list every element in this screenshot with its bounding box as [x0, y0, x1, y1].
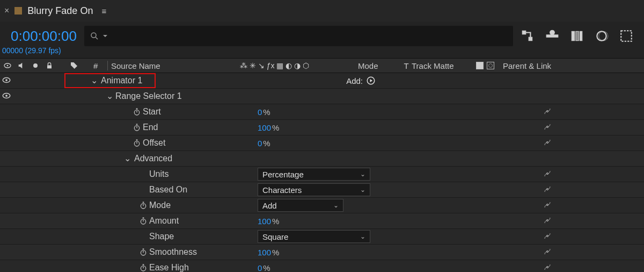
solo-column-icon[interactable]: [31, 61, 40, 70]
twirl-down-icon[interactable]: [122, 154, 132, 163]
svg-rect-6: [572, 31, 574, 40]
range-selector-label[interactable]: Range Selector 1: [115, 91, 182, 101]
svg-rect-22: [136, 108, 138, 109]
visibility-eye-icon[interactable]: [2, 75, 11, 85]
expression-pickwhip-icon[interactable]: [542, 262, 553, 273]
mode-property-row[interactable]: Mode Add⌄: [0, 198, 644, 213]
frame-count: 00000 (29.97 fps): [0, 46, 644, 55]
svg-rect-3: [529, 37, 532, 41]
expression-pickwhip-icon[interactable]: [542, 215, 553, 227]
end-value[interactable]: 100: [258, 123, 271, 132]
smoothness-property-row[interactable]: Smoothness 100%: [0, 245, 644, 260]
end-property-row[interactable]: End 100%: [0, 120, 644, 135]
start-property-row[interactable]: Start 0%: [0, 104, 644, 120]
current-timecode[interactable]: 0:00:00:00: [11, 28, 77, 45]
expression-pickwhip-icon[interactable]: [542, 168, 553, 181]
start-value[interactable]: 0: [258, 108, 262, 117]
smoothness-label: Smoothness: [149, 247, 197, 257]
expression-pickwhip-icon[interactable]: [542, 231, 553, 243]
smoothness-value[interactable]: 100: [258, 248, 271, 257]
graph-editor-icon[interactable]: [619, 29, 633, 43]
column-header: # Source Name ⁂ ✳ ↘ ƒx ▦ ◐ ◑ ⬡ Mode T Tr…: [0, 58, 644, 73]
stopwatch-icon[interactable]: [131, 139, 143, 147]
add-menu-icon[interactable]: [366, 76, 376, 85]
mode-dropdown[interactable]: Add⌄: [258, 199, 343, 212]
advanced-group-row[interactable]: Advanced: [0, 151, 644, 167]
svg-rect-15: [47, 65, 52, 68]
svg-point-17: [5, 79, 8, 81]
stopwatch-icon[interactable]: [137, 201, 149, 210]
svg-point-9: [597, 31, 606, 40]
svg-rect-4: [546, 35, 558, 37]
easehigh-value[interactable]: 0: [258, 263, 262, 273]
parent-link-column-header[interactable]: Parent & Link: [503, 61, 644, 70]
amount-value[interactable]: 100: [258, 217, 271, 226]
label-column-icon[interactable]: [70, 61, 78, 70]
amount-label: Amount: [149, 216, 179, 226]
stopwatch-icon[interactable]: [137, 263, 149, 272]
toggle-modes-icon[interactable]: [487, 62, 494, 69]
comp-flowchart-icon[interactable]: [521, 29, 535, 43]
mode-column-header[interactable]: Mode: [358, 61, 401, 70]
preserve-transparency-column-header[interactable]: T: [401, 61, 412, 70]
svg-rect-2: [522, 31, 526, 34]
stopwatch-icon[interactable]: [131, 108, 143, 116]
shape-label: Shape: [149, 232, 174, 241]
easehigh-label: Ease High: [149, 263, 189, 272]
panel-menu-icon[interactable]: ≡: [101, 6, 106, 16]
audio-column-icon[interactable]: [17, 61, 26, 70]
animator-label[interactable]: Animator 1: [101, 76, 142, 85]
expression-pickwhip-icon[interactable]: [542, 246, 553, 259]
advanced-label[interactable]: Advanced: [134, 154, 172, 163]
easehigh-property-row[interactable]: Ease High 0%: [0, 260, 644, 272]
svg-point-5: [550, 30, 555, 35]
tab-close-icon[interactable]: ×: [4, 6, 9, 16]
svg-point-14: [33, 63, 38, 68]
video-column-icon[interactable]: [3, 61, 12, 70]
shape-property-row[interactable]: Shape Square⌄: [0, 229, 644, 245]
lock-column-icon[interactable]: [45, 61, 54, 70]
stopwatch-icon[interactable]: [137, 217, 149, 225]
index-column-header[interactable]: #: [93, 61, 104, 70]
track-matte-column-header[interactable]: Track Matte: [412, 61, 476, 70]
mode-label: Mode: [149, 201, 171, 210]
timeline-tool-icons: [521, 29, 633, 43]
animator-group-row[interactable]: Animator 1 Add:: [0, 73, 644, 89]
range-selector-row[interactable]: Range Selector 1: [0, 89, 644, 104]
offset-property-row[interactable]: Offset 0%: [0, 135, 644, 151]
search-dropdown-icon[interactable]: [103, 33, 108, 39]
expression-pickwhip-icon[interactable]: [542, 106, 553, 118]
expression-pickwhip-icon[interactable]: [542, 121, 553, 134]
twirl-down-icon[interactable]: [106, 92, 113, 101]
expression-pickwhip-icon[interactable]: [542, 137, 553, 149]
svg-line-1: [96, 37, 98, 39]
tab-title[interactable]: Blurry Fade On: [27, 5, 93, 17]
stopwatch-icon[interactable]: [137, 248, 149, 256]
toggle-switches-icon[interactable]: [476, 62, 484, 69]
stopwatch-icon[interactable]: [131, 123, 143, 132]
expression-pickwhip-icon[interactable]: [542, 184, 553, 196]
tab-bar: × Blurry Fade On ≡: [0, 0, 644, 22]
basedon-property-row[interactable]: Based On Characters⌄: [0, 182, 644, 198]
render-queue-icon[interactable]: [545, 29, 559, 43]
units-label: Units: [149, 169, 169, 179]
units-property-row[interactable]: Units Percentage⌄: [0, 167, 644, 182]
svg-rect-37: [143, 248, 144, 249]
svg-point-20: [5, 95, 8, 97]
source-name-column-header[interactable]: Source Name: [111, 61, 240, 70]
twirl-down-icon[interactable]: [89, 76, 99, 85]
shape-dropdown[interactable]: Square⌄: [258, 230, 370, 243]
visibility-eye-icon[interactable]: [2, 91, 11, 101]
property-rows: Animator 1 Add: Range Selector 1 Start 0…: [0, 73, 644, 272]
basedon-dropdown[interactable]: Characters⌄: [258, 183, 370, 196]
motion-blur-icon[interactable]: [595, 29, 609, 43]
timeline-search-input[interactable]: [84, 26, 513, 46]
frame-blend-icon[interactable]: [570, 29, 584, 43]
expression-pickwhip-icon[interactable]: [542, 199, 553, 212]
amount-property-row[interactable]: Amount 100%: [0, 213, 644, 229]
units-dropdown[interactable]: Percentage⌄: [258, 168, 370, 181]
svg-rect-7: [576, 31, 579, 40]
animator-add-menu[interactable]: Add:: [346, 76, 376, 85]
offset-value[interactable]: 0: [258, 139, 262, 148]
end-label: End: [143, 123, 158, 132]
